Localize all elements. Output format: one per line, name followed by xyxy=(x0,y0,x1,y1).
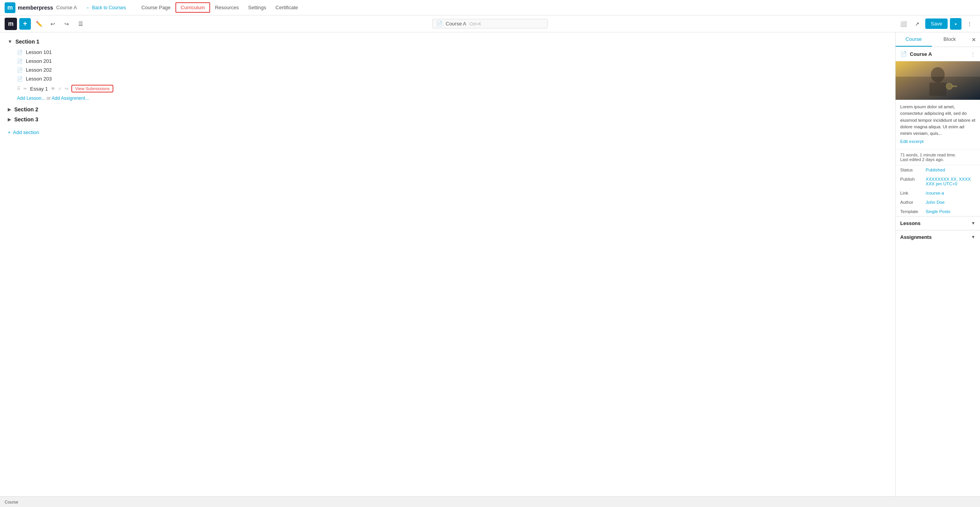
edit-excerpt-link[interactable]: Edit excerpt xyxy=(900,138,975,145)
template-label: Template xyxy=(900,209,923,214)
tab-course-page[interactable]: Course Page xyxy=(137,3,175,12)
main-layout: ▼ Section 1 📄 Lesson 101 📄 Lesson 201 📄 … xyxy=(0,32,980,496)
section-2-title: Section 2 xyxy=(14,106,38,112)
more-options-button[interactable]: ⋮ xyxy=(964,18,975,30)
lesson-101-icon: 📄 xyxy=(17,50,23,55)
preview-button[interactable]: ⬜ xyxy=(897,18,909,30)
description-text: Lorem ipsum dolor sit amet, consectetur … xyxy=(900,104,975,136)
add-or-separator: or xyxy=(47,96,52,101)
lesson-202-label: Lesson 202 xyxy=(26,67,52,73)
view-submissions-button[interactable]: View Submissions xyxy=(71,85,113,92)
author-value[interactable]: John Doe xyxy=(926,200,945,205)
tab-settings[interactable]: Settings xyxy=(244,3,271,12)
word-count-area: 71 words, 1 minute read time. Last edite… xyxy=(896,149,980,165)
arrow-icon[interactable]: ↪ xyxy=(65,86,68,91)
panel-content: 📄 Course A ⋮ xyxy=(896,47,980,244)
assignments-section-label: Assignments xyxy=(900,234,932,240)
status-value[interactable]: Published xyxy=(926,168,945,172)
status-bar: Course xyxy=(0,496,980,507)
lesson-202-item: 📄 Lesson 202 xyxy=(8,65,887,74)
undo-button[interactable]: ↩ xyxy=(47,18,59,30)
publish-label: Publish xyxy=(900,177,923,181)
document-icon: 📄 xyxy=(436,21,443,27)
add-block-button[interactable]: + xyxy=(19,18,31,30)
add-assignment-link[interactable]: Add Assignment... xyxy=(52,96,89,101)
essay-1-item: ⠿ ✏ Essay 1 👁 ✓ ↪ View Submissions xyxy=(8,83,887,94)
redo-button[interactable]: ↪ xyxy=(61,18,72,30)
last-edited-text: Last edited 2 days ago. xyxy=(900,157,975,162)
section-1-title: Section 1 xyxy=(15,39,39,45)
back-to-courses-link[interactable]: ← Back to Courses xyxy=(86,5,126,10)
add-section-plus-icon: + xyxy=(8,129,11,135)
check-icon[interactable]: ✓ xyxy=(58,86,62,91)
brand-name: memberpress xyxy=(18,5,53,11)
tab-certificate[interactable]: Certificate xyxy=(271,3,303,12)
settings-panel-button[interactable]: ▪ xyxy=(950,18,961,30)
svg-rect-2 xyxy=(929,82,946,96)
section-1-chevron: ▼ xyxy=(8,39,12,44)
section-3-header[interactable]: ▶ Section 3 xyxy=(8,116,887,123)
eye-icon[interactable]: 👁 xyxy=(51,86,55,91)
assignments-section-chevron: ▼ xyxy=(971,235,975,239)
status-label: Status xyxy=(900,168,923,172)
assignments-panel-section[interactable]: Assignments ▼ xyxy=(896,230,980,244)
course-block-menu-icon[interactable]: ⋮ xyxy=(970,51,975,57)
drag-handle-icon: ⠿ xyxy=(17,86,20,91)
section-1-header[interactable]: ▼ Section 1 xyxy=(8,39,887,45)
logo-area: m memberpress xyxy=(5,2,53,13)
lesson-101-label: Lesson 101 xyxy=(26,49,52,55)
lesson-201-label: Lesson 201 xyxy=(26,58,52,64)
status-bar-text: Course xyxy=(5,500,18,504)
toolbar: m + ✏️ ↩ ↪ ☰ 📄 Course A Ctrl+K ⬜ ↗ Save … xyxy=(0,15,980,32)
search-course-name: Course A xyxy=(446,21,466,27)
tab-resources[interactable]: Resources xyxy=(210,3,243,12)
author-row: Author John Doe xyxy=(896,198,980,207)
external-link-button[interactable]: ↗ xyxy=(911,18,923,30)
essay-1-edit-icon[interactable]: ✏ xyxy=(24,86,27,91)
edit-tool-button[interactable]: ✏️ xyxy=(33,18,45,30)
section-1-block: ▼ Section 1 📄 Lesson 101 📄 Lesson 201 📄 … xyxy=(8,39,887,102)
save-area: ⬜ ↗ Save ▪ ⋮ xyxy=(897,18,975,30)
svg-point-1 xyxy=(931,67,945,82)
section-2-header[interactable]: ▶ Section 2 xyxy=(8,106,887,112)
course-image xyxy=(896,61,980,100)
lesson-201-item: 📄 Lesson 201 xyxy=(8,57,887,65)
lesson-201-icon: 📄 xyxy=(17,59,23,64)
status-row: Status Published xyxy=(896,165,980,175)
save-button[interactable]: Save xyxy=(925,18,948,29)
section-3-block: ▶ Section 3 xyxy=(8,116,887,123)
panel-close-button[interactable]: ✕ xyxy=(968,34,980,46)
word-count-text: 71 words, 1 minute read time. xyxy=(900,153,975,157)
top-bar: m memberpress Course A ← Back to Courses… xyxy=(0,0,980,15)
link-label: Link xyxy=(900,191,923,195)
right-panel: Course Block ✕ 📄 Course A ⋮ xyxy=(895,32,980,496)
lesson-203-item: 📄 Lesson 203 xyxy=(8,74,887,83)
link-value[interactable]: /course-a xyxy=(926,191,944,195)
toolbar-logo[interactable]: m xyxy=(5,18,17,30)
publish-row: Publish XXXXXXXX XX, XXXX XXX pm UTC+0 xyxy=(896,175,980,188)
list-view-button[interactable]: ☰ xyxy=(75,18,86,30)
publish-value[interactable]: XXXXXXXX XX, XXXX XXX pm UTC+0 xyxy=(926,177,975,186)
template-value[interactable]: Single Posts xyxy=(926,209,950,214)
add-lesson-row: Add Lesson... or Add Assignment... xyxy=(8,94,887,102)
author-label: Author xyxy=(900,200,923,205)
panel-tab-course[interactable]: Course xyxy=(896,32,932,47)
course-block-doc-icon: 📄 xyxy=(900,51,907,57)
essay-1-label: Essay 1 xyxy=(30,86,48,92)
svg-point-3 xyxy=(946,83,952,89)
add-lesson-link[interactable]: Add Lesson... xyxy=(17,96,45,101)
lessons-panel-section[interactable]: Lessons ▼ xyxy=(896,216,980,230)
lesson-203-label: Lesson 203 xyxy=(26,76,52,82)
lesson-101-item: 📄 Lesson 101 xyxy=(8,48,887,57)
add-section-label: Add section xyxy=(13,129,39,135)
nav-tabs: Course Page Curriculum Resources Setting… xyxy=(137,2,303,13)
content-area: ▼ Section 1 📄 Lesson 101 📄 Lesson 201 📄 … xyxy=(0,32,895,496)
panel-tab-block[interactable]: Block xyxy=(932,32,968,47)
panel-tabs: Course Block ✕ xyxy=(896,32,980,47)
search-shortcut: Ctrl+K xyxy=(469,22,481,26)
add-section-row[interactable]: + Add section xyxy=(8,126,887,138)
tab-curriculum[interactable]: Curriculum xyxy=(175,2,210,13)
section-3-chevron: ▶ xyxy=(8,117,11,122)
lesson-202-icon: 📄 xyxy=(17,67,23,73)
search-box: 📄 Course A Ctrl+K xyxy=(432,19,548,29)
